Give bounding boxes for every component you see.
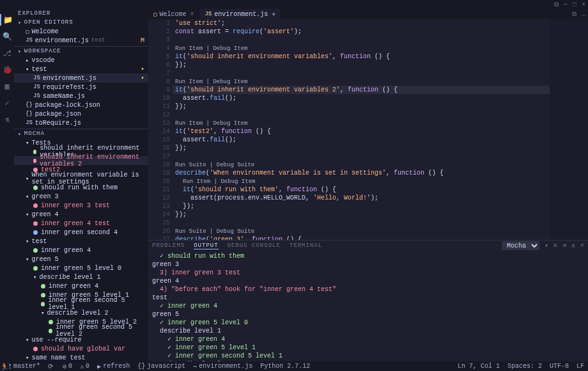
tab-action-icon[interactable]: … [582, 11, 585, 18]
panel-tab[interactable]: OUTPUT [194, 242, 218, 249]
panel-tab[interactable]: TERMINAL [290, 242, 322, 249]
workspace-section[interactable]: ▾WORKSPACE [14, 46, 148, 56]
code-line[interactable]: it('should run with them', function () { [173, 186, 550, 194]
mocha-test-item[interactable]: should run with them [14, 183, 148, 192]
status-item[interactable]: ⎇master* [4, 363, 40, 370]
maximize-icon[interactable]: □ [573, 1, 576, 8]
mocha-test-item[interactable]: ▾green 3 [14, 192, 148, 201]
panel-tab[interactable]: DEBUG CONSOLE [228, 242, 281, 249]
status-item[interactable]: Spaces: 2 [507, 363, 542, 370]
output-body[interactable]: ✓ should run with themgreen 3 3) inner g… [148, 251, 588, 361]
status-item[interactable]: Ln 7, Col 1 [458, 363, 500, 370]
panel-action-icon[interactable]: ≡ [553, 242, 557, 249]
minimize-icon[interactable]: ─ [564, 1, 568, 8]
editor-tab[interactable]: ▢Welcome× [148, 9, 199, 19]
status-item[interactable]: ⋯environment.js [193, 363, 252, 370]
mocha-test-item[interactable]: should inherit environment variables 2 [14, 156, 148, 165]
output-channel-select[interactable]: Mocha [502, 241, 539, 250]
mocha-test-item[interactable]: should have global var [14, 344, 148, 353]
code-line[interactable]: Run Item | Debug Item [173, 119, 550, 127]
status-item[interactable]: ⟳ [48, 363, 55, 370]
editor-tab[interactable]: JSenvironment.js● [199, 9, 281, 19]
mocha-test-item[interactable]: inner green 4 [14, 246, 148, 255]
minimap[interactable] [550, 19, 588, 240]
code-line[interactable]: }); [173, 102, 550, 111]
code-line[interactable]: const assert = require('assert'); [173, 28, 550, 36]
status-item[interactable]: Python 2.7.12 [260, 363, 310, 370]
activity-files-icon[interactable]: 📁 [0, 14, 14, 26]
code-line[interactable]: describe('green 3', function () { [173, 235, 550, 240]
code-line[interactable]: assert.fail(); [173, 94, 550, 102]
code-line[interactable]: describe('When environment variable is s… [173, 169, 550, 177]
status-item[interactable]: {}javascript [137, 363, 185, 370]
tab-action-icon[interactable]: ⧉ [572, 11, 576, 18]
mocha-test-item[interactable]: ▾use --require [14, 335, 148, 344]
activity-flask-icon[interactable]: ⚗ [1, 114, 13, 125]
mocha-test-item[interactable]: ▾describe level 1 [14, 272, 148, 281]
mocha-test-item[interactable]: inner green 5 level 0 [14, 264, 148, 272]
status-item[interactable]: ⊘0 [63, 363, 72, 370]
code-line[interactable]: it('should inherit environment variables… [173, 86, 550, 94]
file-tree-item[interactable]: {}package.json [14, 109, 148, 118]
code-line[interactable] [173, 111, 550, 119]
file-tree-item[interactable]: ▸vscode [14, 56, 148, 65]
code-line[interactable]: Run Suite | Debug Suite [173, 227, 550, 235]
code-line[interactable] [173, 36, 550, 44]
panel-tab[interactable]: PROBLEMS [152, 242, 185, 249]
file-tree-item[interactable]: JStoRequire.js [14, 118, 148, 127]
panel-action-icon[interactable]: ▾ [545, 242, 548, 249]
close-icon[interactable]: × [190, 11, 194, 18]
file-tree-item[interactable]: JSsameName.js [14, 91, 148, 100]
breakpoint-gutter[interactable] [148, 19, 153, 240]
activity-extensions-icon[interactable]: ▦ [1, 81, 13, 92]
close-icon[interactable]: × [582, 1, 585, 8]
status-item[interactable]: ⚠0 [80, 363, 89, 370]
mocha-test-item[interactable]: ▾describe level 2 [14, 308, 148, 317]
code-line[interactable] [173, 219, 550, 227]
code-line[interactable]: }); [173, 202, 550, 210]
code-line[interactable]: }); [173, 210, 550, 219]
code-line[interactable]: }); [173, 61, 550, 69]
code-line[interactable]: assert.fail(); [173, 136, 550, 144]
activity-debug-icon[interactable]: 🐞 [1, 64, 13, 75]
close-icon[interactable]: ● [272, 11, 275, 18]
mocha-test-item[interactable]: ▾green 4 [14, 210, 148, 219]
mocha-test-item[interactable]: inner green 3 test [14, 201, 148, 210]
layout-icon[interactable]: ⧉ [554, 1, 559, 8]
activity-search-icon[interactable]: 🔍 [1, 31, 13, 42]
mocha-test-item[interactable]: inner green second 5 level 2 [14, 326, 148, 335]
open-editor-item[interactable]: ▢Welcome [14, 27, 148, 36]
status-item[interactable]: ▶refresh [97, 363, 130, 370]
mocha-test-item[interactable]: inner green 4 test [14, 219, 148, 228]
file-tree-item[interactable]: ▾test• [14, 65, 148, 74]
code-line[interactable]: it('test2', function () { [173, 127, 550, 136]
mocha-test-item[interactable]: ▾green 5 [14, 255, 148, 264]
status-item[interactable]: UTF-8 [550, 363, 569, 370]
mocha-section[interactable]: ▾MOCHA [14, 129, 148, 138]
code-line[interactable]: it('should inherit environment variables… [173, 52, 550, 61]
status-item[interactable]: LF [576, 363, 584, 370]
activity-scm-icon[interactable]: ⎇ [1, 47, 13, 59]
panel-action-icon[interactable]: ⌫ [562, 242, 566, 249]
mocha-test-item[interactable]: inner green second 4 [14, 228, 148, 237]
file-tree-item[interactable]: JSenvironment.js• [14, 74, 148, 83]
panel-action-icon[interactable]: × [580, 242, 584, 249]
code-line[interactable]: Run Item | Debug Item [173, 77, 550, 86]
mocha-test-item[interactable]: inner green 4 [14, 281, 148, 290]
run-indicator-icon[interactable]: 🏃 [0, 362, 9, 371]
code-line[interactable] [173, 152, 550, 161]
activity-test-icon[interactable]: ✓ [1, 97, 13, 109]
mocha-test-item[interactable]: ▾same name test [14, 353, 148, 361]
code-line[interactable] [173, 69, 550, 77]
open-editors-section[interactable]: ▾OPEN EDITORS [14, 18, 148, 27]
mocha-test-item[interactable]: inner green second 5 level 1 [14, 299, 148, 308]
code-line[interactable]: 'use strict'; [173, 19, 550, 28]
panel-action-icon[interactable]: ∧ [571, 242, 575, 249]
open-editor-item[interactable]: JSenvironment.jstestM [14, 36, 148, 45]
file-tree-item[interactable]: {}package-lock.json [14, 100, 148, 109]
mocha-test-item[interactable]: ▾test [14, 237, 148, 246]
file-tree-item[interactable]: JSrequireTest.js [14, 83, 148, 91]
code-line[interactable]: Run Item | Debug Item [173, 44, 550, 52]
code-line[interactable]: Run Item | Debug Item [173, 177, 550, 186]
mocha-test-item[interactable]: ▾When environment variable is set in set… [14, 174, 148, 183]
